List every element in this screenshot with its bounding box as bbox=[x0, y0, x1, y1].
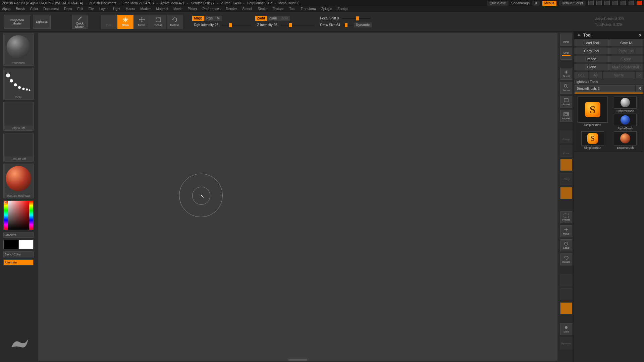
bpr-button[interactable]: BPR bbox=[560, 34, 572, 46]
menu-item[interactable]: Light bbox=[113, 7, 120, 11]
actual-button[interactable]: Actual bbox=[560, 96, 572, 108]
current-tool-label[interactable]: SimpleBrush. 2 bbox=[575, 85, 635, 92]
menus-toggle[interactable]: Menus bbox=[542, 1, 556, 6]
menu-item[interactable]: Zscript bbox=[337, 7, 347, 11]
alternate-button[interactable]: Alternate bbox=[3, 259, 34, 265]
lstep-active-button[interactable] bbox=[560, 187, 572, 199]
canvas-scrollbar-bottom[interactable] bbox=[288, 359, 307, 361]
zadd-toggle[interactable]: Zadd bbox=[255, 16, 267, 21]
m-toggle[interactable]: M bbox=[215, 16, 221, 21]
material-selector[interactable]: MatCap Red Wax bbox=[3, 164, 34, 198]
maximize-icon[interactable] bbox=[629, 1, 634, 5]
window-icon[interactable] bbox=[588, 1, 594, 5]
copy-tool-button[interactable]: Copy Tool bbox=[575, 48, 609, 54]
tool-item-eraserbrush[interactable]: EraserBrush bbox=[610, 131, 641, 149]
make-polymesh-button[interactable]: Make PolyMesh3D bbox=[609, 64, 644, 70]
seethrough-value[interactable]: 0 bbox=[532, 1, 540, 6]
nav-move-button[interactable]: Move bbox=[560, 225, 572, 237]
export-button[interactable]: Export bbox=[609, 56, 644, 62]
menu-item[interactable]: Marker bbox=[140, 7, 151, 11]
menu-item[interactable]: Layer bbox=[99, 7, 108, 11]
save-as-button[interactable]: Save As bbox=[609, 40, 644, 46]
tool-r-button[interactable]: R bbox=[636, 85, 643, 92]
nav-scale-button[interactable]: Scale bbox=[560, 239, 572, 251]
menu-item[interactable]: File bbox=[89, 7, 94, 11]
lightbox-tools-label[interactable]: Lightbox › Tools bbox=[574, 79, 644, 84]
nav-rotate-button[interactable]: Rotate bbox=[560, 253, 572, 265]
rgb-toggle[interactable]: Rgb bbox=[204, 16, 215, 21]
lightbox-button[interactable]: LightBox bbox=[33, 15, 51, 29]
rgb-intensity-slider[interactable] bbox=[222, 25, 251, 25]
goz-visible-button[interactable]: Visible bbox=[603, 72, 635, 78]
goz-all-button[interactable]: All bbox=[589, 72, 602, 78]
paste-tool-button[interactable]: Paste Tool bbox=[609, 48, 644, 54]
goz-r-button[interactable]: R bbox=[636, 72, 643, 78]
solo-button[interactable]: Solo bbox=[560, 323, 572, 335]
menu-item[interactable]: Transform bbox=[301, 7, 316, 11]
edit-button[interactable]: Edit bbox=[101, 15, 117, 29]
goz-button[interactable]: GoZ bbox=[575, 72, 588, 78]
window-icon[interactable] bbox=[612, 1, 618, 5]
focal-shift-slider[interactable] bbox=[342, 18, 370, 19]
move-button[interactable]: Move bbox=[134, 15, 150, 29]
tool-item-spherebrush[interactable]: SphereBrush bbox=[610, 97, 641, 113]
tool-item-simplebrush[interactable]: S SimpleBrush bbox=[577, 97, 608, 130]
tool-panel-header[interactable]: Tool ⟳ bbox=[574, 32, 644, 39]
menu-item[interactable]: Document bbox=[44, 7, 59, 11]
secondary-color-swatch[interactable] bbox=[3, 240, 18, 249]
menu-item[interactable]: Texture bbox=[273, 7, 284, 11]
menu-item[interactable]: Brush bbox=[16, 7, 25, 11]
menu-item[interactable]: Stroke bbox=[258, 7, 267, 11]
draw-button[interactable]: Draw bbox=[117, 15, 133, 29]
draw-size-slider[interactable] bbox=[343, 25, 353, 25]
zsub-toggle[interactable]: Zsub bbox=[267, 16, 279, 21]
texture-selector[interactable]: Texture Off bbox=[3, 133, 34, 162]
spix-button[interactable]: SPix bbox=[560, 48, 572, 60]
z-intensity-slider[interactable] bbox=[281, 25, 314, 25]
frame-button[interactable]: Frame bbox=[560, 211, 572, 223]
menu-item[interactable]: Color bbox=[30, 7, 38, 11]
tool-item-alphabrush[interactable]: AlphaBrush bbox=[610, 114, 641, 130]
mrgb-toggle[interactable]: Mrgb bbox=[192, 16, 204, 21]
quicksave-button[interactable]: QuickSave bbox=[487, 1, 508, 6]
scroll-button[interactable]: Scroll bbox=[560, 68, 572, 80]
menu-item[interactable]: Macro bbox=[126, 7, 135, 11]
dynamic-toggle[interactable]: Dynamic bbox=[354, 22, 372, 27]
menu-item[interactable]: Preferences bbox=[203, 7, 221, 11]
dynamic-view-button[interactable]: Dynamic bbox=[560, 337, 572, 349]
window-icon[interactable] bbox=[596, 1, 602, 5]
local-button[interactable] bbox=[560, 159, 572, 171]
menu-item[interactable]: Tool bbox=[289, 7, 295, 11]
tool-item-simplebrush-2[interactable]: S SimpleBrush bbox=[577, 131, 608, 149]
menu-item[interactable]: Material bbox=[156, 7, 168, 11]
menu-item[interactable]: Picker bbox=[188, 7, 197, 11]
hue-strip-right[interactable] bbox=[29, 201, 33, 230]
menu-item[interactable]: Render bbox=[226, 7, 237, 11]
scale-button[interactable]: Scale bbox=[150, 15, 166, 29]
import-button[interactable]: Import bbox=[575, 56, 609, 62]
rotate-button[interactable]: Rotate bbox=[167, 15, 183, 29]
default-script[interactable]: DefaultZScript bbox=[559, 1, 586, 6]
zcut-toggle[interactable]: Zcut bbox=[279, 16, 290, 21]
quick-sketch-button[interactable]: Quick Sketch bbox=[72, 15, 88, 29]
brush-selector[interactable]: Standard bbox=[3, 33, 34, 66]
menu-item[interactable]: Zplugin bbox=[321, 7, 332, 11]
window-icon[interactable] bbox=[604, 1, 610, 5]
projection-master-button[interactable]: Projection Master bbox=[4, 15, 30, 29]
lstep-button[interactable]: LStep bbox=[560, 173, 572, 185]
gradient-toggle[interactable]: Gradient bbox=[3, 232, 34, 238]
xpose-button[interactable] bbox=[560, 274, 572, 286]
transp-button[interactable] bbox=[560, 302, 572, 314]
saturation-area[interactable] bbox=[8, 201, 29, 230]
polyf-button[interactable] bbox=[560, 288, 572, 300]
aahalf-button[interactable]: AAHalf bbox=[560, 110, 572, 122]
stroke-selector[interactable]: Dots bbox=[3, 68, 34, 100]
clone-button[interactable]: Clone bbox=[575, 64, 609, 70]
floor-button[interactable]: Floor bbox=[560, 145, 572, 157]
minimize-icon[interactable] bbox=[621, 1, 626, 5]
close-icon[interactable] bbox=[637, 1, 642, 5]
load-tool-button[interactable]: Load Tool bbox=[575, 40, 609, 46]
menu-item[interactable]: Alpha bbox=[2, 7, 11, 11]
menu-item[interactable]: Stencil bbox=[242, 7, 252, 11]
color-picker[interactable] bbox=[3, 200, 34, 230]
